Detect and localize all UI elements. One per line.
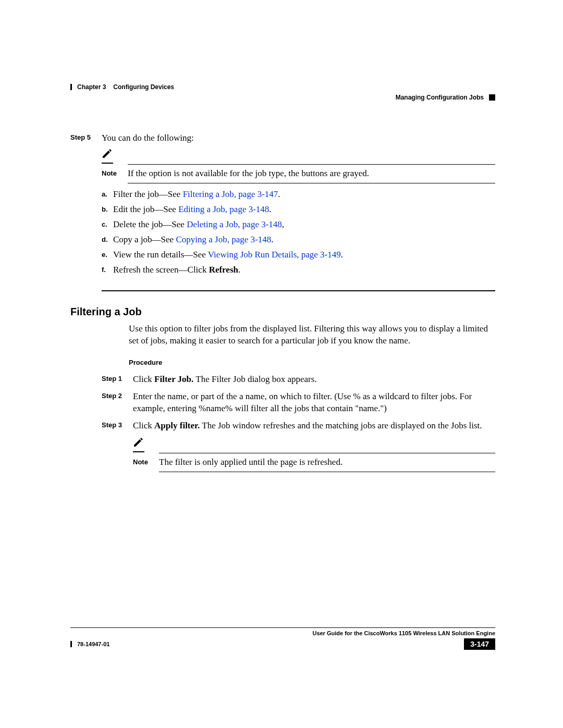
section-title: Managing Configuration Jobs (396, 94, 484, 101)
step-5-intro: You can do the following: (102, 132, 495, 144)
step-label: Step 3 (102, 420, 133, 475)
list-item: e. View the run details—See Viewing Job … (102, 249, 495, 261)
step-1-row: Step 1 Click Filter Job. The Filter Job … (102, 374, 495, 386)
header-block-icon (489, 94, 495, 101)
step-2-row: Step 2 Enter the name, or part of the a … (102, 391, 495, 415)
note-rule-bottom (159, 472, 495, 472)
link-editing-a-job[interactable]: Editing a Job, page 3-148 (178, 204, 269, 214)
list-item: b. Edit the job—See Editing a Job, page … (102, 204, 495, 216)
note-rule-bottom (128, 183, 495, 183)
note-rule-top (159, 453, 495, 453)
link-deleting-a-job[interactable]: Deleting a Job, page 3-148 (187, 219, 282, 229)
heading-filtering-a-job: Filtering a Job (70, 306, 495, 318)
header-bar-icon (70, 84, 72, 90)
apply-filter-bold: Apply filter. (154, 421, 200, 430)
link-copying-a-job[interactable]: Copying a Job, page 3-148 (176, 235, 271, 244)
footer-bar-icon (70, 641, 72, 647)
list-item: c. Delete the job—See Deleting a Job, pa… (102, 219, 495, 231)
chapter-number: Chapter 3 (77, 83, 106, 91)
chapter-title: Configuring Devices (113, 83, 174, 91)
link-viewing-job-run-details[interactable]: Viewing Job Run Details, page 3-149 (208, 250, 341, 260)
step-label: Step 2 (102, 391, 133, 415)
step5-sublist: a. Filter the job—See Filtering a Job, p… (102, 189, 495, 276)
pencil-icon (102, 149, 113, 160)
filter-job-bold: Filter Job. (154, 374, 193, 384)
pencil-icon (133, 437, 144, 449)
running-header-left: Chapter 3 Configuring Devices (70, 83, 495, 91)
step-3-row: Step 3 Click Apply filter. The Job windo… (102, 420, 495, 475)
note-label: Note (102, 168, 128, 178)
step-2-body: Enter the name, or part of the a name, o… (133, 391, 495, 415)
page-footer: User Guide for the CiscoWorks 1105 Wirel… (70, 627, 495, 650)
list-item: f. Refresh the screen—Click Refresh. (102, 264, 495, 276)
step-label: Step 5 (70, 132, 102, 279)
filtering-intro: Use this option to filter jobs from the … (129, 323, 495, 347)
step-label: Step 1 (102, 374, 133, 386)
step-5-row: Step 5 You can do the following: Note If… (70, 132, 495, 279)
footer-doc-title: User Guide for the CiscoWorks 1105 Wirel… (70, 630, 495, 636)
note-text: The filter is only applied until the pag… (159, 456, 495, 468)
note-block: Note The filter is only applied until th… (133, 437, 495, 472)
footer-doc-number: 78-14947-01 (77, 641, 109, 647)
refresh-bold: Refresh (209, 265, 238, 275)
list-item: a. Filter the job—See Filtering a Job, p… (102, 189, 495, 201)
note-block: Note If the option is not available for … (102, 149, 495, 183)
note-label: Note (133, 456, 159, 467)
page-number: 3-147 (464, 638, 495, 650)
note-rule-top (128, 164, 495, 165)
procedure-label: Procedure (129, 359, 495, 366)
section-divider (102, 290, 495, 291)
note-text: If the option is not available for the j… (128, 168, 495, 180)
link-filtering-a-job[interactable]: Filtering a Job, page 3-147 (183, 189, 278, 199)
list-item: d. Copy a job—See Copying a Job, page 3-… (102, 234, 495, 246)
footer-rule (70, 627, 495, 628)
procedure-steps: Step 1 Click Filter Job. The Filter Job … (102, 374, 495, 475)
running-header-right: Managing Configuration Jobs (70, 94, 495, 101)
